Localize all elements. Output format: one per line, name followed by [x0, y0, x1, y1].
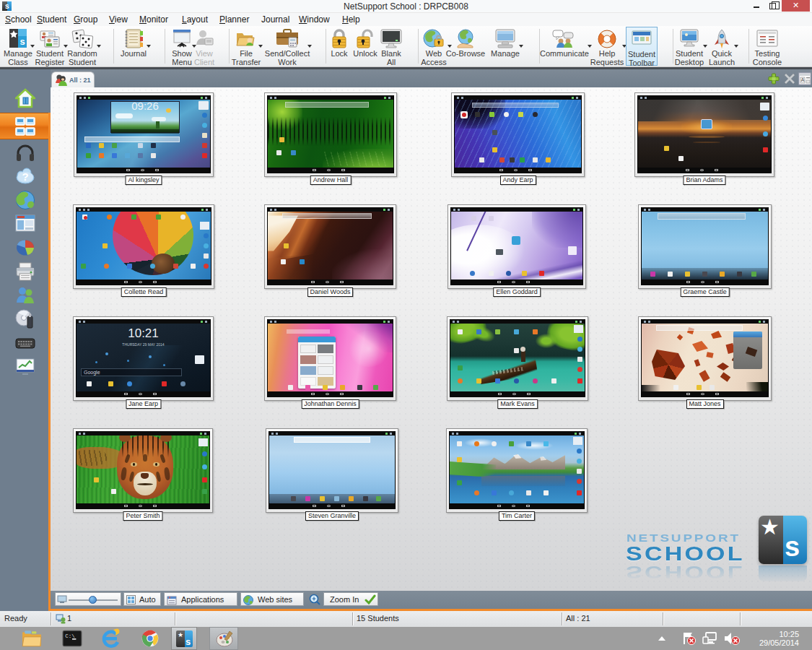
svg-text:?: ?	[22, 170, 28, 183]
svg-text:s: s	[19, 36, 25, 47]
svg-text:C:\: C:\	[65, 633, 75, 639]
svg-text:A: A	[801, 77, 805, 82]
